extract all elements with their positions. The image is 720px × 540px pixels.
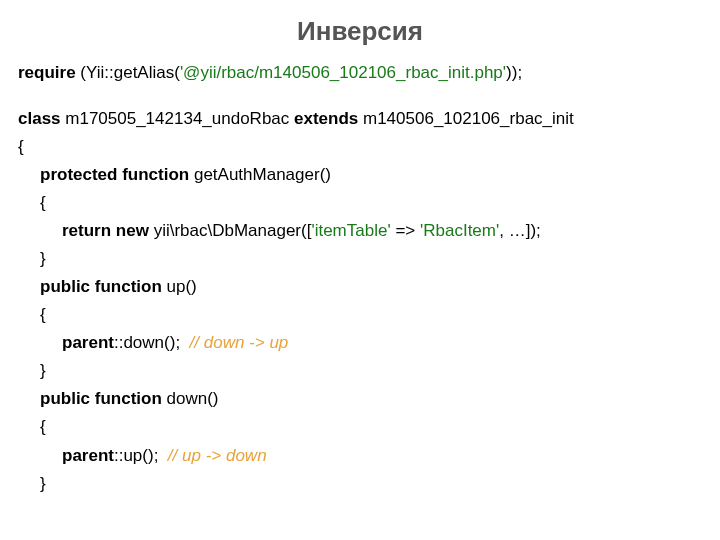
brace-open: { xyxy=(18,133,702,161)
up-body: parent::down(); // down -> up xyxy=(18,329,702,357)
string-literal: 'itemTable' xyxy=(311,221,390,240)
page-title: Инверсия xyxy=(18,10,702,53)
parent-class-name: m140506_102106_rbac_init xyxy=(358,109,574,128)
keyword-protected-function: protected function xyxy=(40,165,189,184)
brace-close: } xyxy=(18,470,702,498)
keyword-class: class xyxy=(18,109,61,128)
code-require: require (Yii::getAlias('@yii/rbac/m14050… xyxy=(18,59,702,87)
brace-close: } xyxy=(18,245,702,273)
return-stmt: return new yii\rbac\DbManager(['itemTabl… xyxy=(18,217,702,245)
method-getauth: protected function getAuthManager() xyxy=(18,161,702,189)
string-literal: '@yii/rbac/m140506_102106_rbac_init.php' xyxy=(180,63,506,82)
keyword-public-function: public function xyxy=(40,277,162,296)
brace-open: { xyxy=(18,301,702,329)
method-name: down() xyxy=(162,389,219,408)
method-name: up() xyxy=(162,277,197,296)
brace-open: { xyxy=(18,413,702,441)
text: => xyxy=(391,221,420,240)
text: ::down(); xyxy=(114,333,190,352)
down-body: parent::up(); // up -> down xyxy=(18,442,702,470)
keyword-require: require xyxy=(18,63,76,82)
method-down: public function down() xyxy=(18,385,702,413)
code-class-decl: class m170505_142134_undoRbac extends m1… xyxy=(18,105,702,133)
keyword-extends: extends xyxy=(294,109,358,128)
gap xyxy=(18,87,702,105)
text: ::up(); xyxy=(114,446,168,465)
keyword-parent: parent xyxy=(62,333,114,352)
brace-close: } xyxy=(18,357,702,385)
comment: // down -> up xyxy=(190,333,289,352)
comment: // up -> down xyxy=(168,446,267,465)
string-literal: 'RbacItem' xyxy=(420,221,499,240)
keyword-public-function: public function xyxy=(40,389,162,408)
keyword-parent: parent xyxy=(62,446,114,465)
text: yii\rbac\DbManager([ xyxy=(149,221,312,240)
text: )); xyxy=(506,63,522,82)
text: (Yii::getAlias( xyxy=(76,63,180,82)
text: , …]); xyxy=(499,221,541,240)
brace-open: { xyxy=(18,189,702,217)
method-name: getAuthManager() xyxy=(189,165,331,184)
keyword-return-new: return new xyxy=(62,221,149,240)
method-up: public function up() xyxy=(18,273,702,301)
class-name: m170505_142134_undoRbac xyxy=(61,109,294,128)
